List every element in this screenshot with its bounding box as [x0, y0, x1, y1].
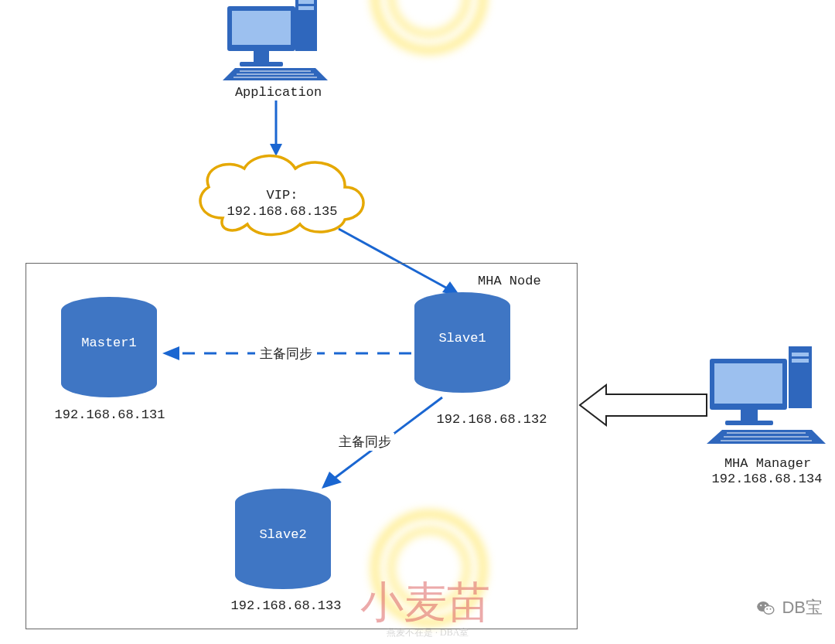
application-label: Application: [224, 85, 332, 100]
computer-icon: [218, 0, 334, 88]
vip-title: VIP:: [232, 188, 332, 203]
svg-rect-2: [298, 6, 314, 10]
db-slave2-name: Slave2: [235, 527, 331, 542]
vip-ip: 192.168.68.135: [224, 204, 340, 219]
svg-marker-19: [580, 385, 707, 425]
manager-name: MHA Manager: [710, 456, 826, 471]
manager-computer-icon: [705, 343, 829, 451]
svg-marker-16: [162, 346, 179, 360]
svg-point-34: [761, 605, 762, 606]
mha-node-label: MHA Node: [478, 274, 541, 288]
sync-label-b: 主备同步: [336, 433, 394, 451]
svg-point-35: [765, 605, 766, 606]
db-slave2-ip: 192.168.68.133: [224, 598, 348, 613]
brand-text: DB宝: [782, 596, 823, 619]
svg-rect-26: [725, 421, 773, 425]
svg-point-37: [770, 608, 772, 610]
svg-rect-21: [792, 353, 809, 356]
arrow-manager-to-node: [577, 383, 710, 427]
svg-rect-4: [232, 11, 291, 45]
db-slave1: Slave1: [414, 292, 510, 393]
db-master1-ip: 192.168.68.131: [48, 407, 172, 422]
db-slave2: Slave2: [235, 489, 331, 589]
svg-rect-1: [298, 0, 314, 4]
manager-ip: 192.168.68.134: [705, 472, 829, 486]
halo-decoration: [371, 0, 487, 54]
watermark-sub: 燕麦不在是 · DBA室: [387, 626, 469, 639]
svg-rect-5: [254, 51, 269, 62]
svg-rect-6: [240, 62, 283, 66]
sync-label-a: 主备同步: [255, 345, 317, 363]
brand-badge: DB宝: [755, 596, 823, 619]
wechat-icon: [755, 598, 775, 618]
watermark-main: 小麦苗: [360, 574, 490, 632]
db-master1-name: Master1: [61, 336, 157, 350]
svg-point-36: [767, 608, 769, 610]
db-slave1-name: Slave1: [414, 331, 510, 346]
db-master1: Master1: [61, 297, 157, 397]
svg-rect-25: [741, 410, 758, 421]
svg-rect-22: [792, 359, 809, 363]
svg-rect-24: [714, 363, 782, 404]
